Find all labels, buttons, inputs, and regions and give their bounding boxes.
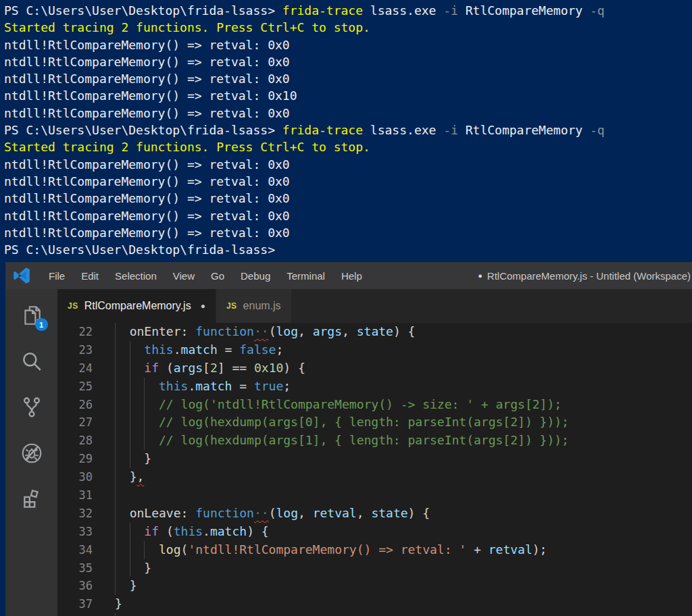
code-line[interactable]: 32 onLeave: function··(log, retval, stat… <box>57 505 692 523</box>
code-line[interactable]: 35 } <box>57 559 692 578</box>
indent-guide <box>144 541 145 559</box>
indent-guide <box>115 505 116 523</box>
indent-guide <box>144 396 145 414</box>
terminal-line: Started tracing 2 functions. Press Ctrl+… <box>4 138 692 155</box>
indent-guide <box>115 613 116 616</box>
line-number: 36 <box>57 577 93 595</box>
indent-guide <box>115 486 116 505</box>
tab-label: enum.js <box>243 300 281 312</box>
terminal-line: ntdll!RtlCompareMemory() => retval: 0x0 <box>4 207 692 224</box>
terminal-line: ntdll!RtlCompareMemory() => retval: 0x0 <box>4 190 692 207</box>
code-line[interactable]: 37} <box>57 595 692 613</box>
line-number: 22 <box>57 323 93 341</box>
vscode-logo-icon <box>12 266 31 285</box>
code-text: // log(hexdump(args[1], { length: parseI… <box>115 432 569 450</box>
code-text: this.match = true; <box>115 378 291 396</box>
indent-guide <box>144 432 145 450</box>
code-line[interactable]: 29 } <box>57 450 692 468</box>
code-line[interactable]: 28 // log(hexdump(args[1], { length: par… <box>57 432 692 450</box>
terminal-line: Started tracing 2 functions. Press Ctrl+… <box>4 19 692 36</box>
code-line[interactable]: 24 if (args[2] == 0x10) { <box>57 359 692 378</box>
menu-item-help[interactable]: Help <box>333 270 370 282</box>
tab-label: RtlCompareMemory.js <box>84 300 191 312</box>
indent-guide <box>115 523 116 541</box>
explorer-badge: 1 <box>35 318 48 331</box>
line-number: 30 <box>57 468 93 486</box>
menu-item-edit[interactable]: Edit <box>73 270 107 282</box>
line-number: 31 <box>57 486 93 505</box>
indent-guide <box>130 450 130 468</box>
line-number: 35 <box>57 559 93 578</box>
indent-guide <box>130 432 130 450</box>
indent-guide <box>130 559 130 578</box>
terminal-line: ntdll!RtlCompareMemory() => retval: 0x0 <box>4 156 692 173</box>
powershell-terminal[interactable]: PS C:\Users\User\Desktop\frida-lsass> fr… <box>0 0 692 262</box>
line-number: 25 <box>57 378 93 396</box>
search-icon[interactable] <box>20 350 43 373</box>
menubar: FileEditSelectionViewGoDebugTerminalHelp… <box>5 262 692 289</box>
line-number: 33 <box>57 523 93 541</box>
tab-rtlcomparememory-js[interactable]: JSRtlCompareMemory.js● <box>57 289 216 323</box>
menu-item-debug[interactable]: Debug <box>232 270 278 282</box>
code-editor[interactable]: 22 onEnter: function··(log, args, state)… <box>57 323 692 616</box>
javascript-file-icon: JS <box>68 301 78 311</box>
terminal-line: ntdll!RtlCompareMemory() => retval: 0x0 <box>4 173 692 190</box>
line-number: 26 <box>57 396 93 414</box>
extensions-icon[interactable] <box>20 488 43 511</box>
terminal-line: ntdll!RtlCompareMemory() => retval: 0x0 <box>4 224 692 241</box>
menu-item-selection[interactable]: Selection <box>107 270 165 282</box>
code-line[interactable]: 36 } <box>57 577 692 595</box>
code-text: this.match = false; <box>115 341 283 359</box>
terminal-line: PS C:\Users\User\Desktop\frida-lsass> <box>4 241 692 258</box>
code-line[interactable]: 31 <box>57 486 692 505</box>
indent-guide <box>115 323 116 341</box>
terminal-line: PS C:\Users\User\Desktop\frida-lsass> fr… <box>4 2 692 19</box>
code-text: } <box>115 450 151 468</box>
menu-item-view[interactable]: View <box>165 270 203 282</box>
line-number: 24 <box>57 359 93 378</box>
vscode-window: FileEditSelectionViewGoDebugTerminalHelp… <box>5 262 692 616</box>
menu-item-terminal[interactable]: Terminal <box>278 270 333 282</box>
indent-guide <box>115 396 116 414</box>
indent-guide <box>115 413 116 432</box>
code-text: // log('ntdll!RtlCompareMemory() -> size… <box>115 396 562 414</box>
code-line[interactable]: 23 this.match = false; <box>57 341 692 359</box>
code-line[interactable]: 27 // log(hexdump(args[0], { length: par… <box>57 413 692 432</box>
line-number: 27 <box>57 413 93 432</box>
indent-guide <box>115 541 116 559</box>
code-line[interactable]: 33 if (this.match) { <box>57 523 692 541</box>
indent-guide <box>130 359 130 378</box>
menu-item-go[interactable]: Go <box>203 270 232 282</box>
menu-item-file[interactable]: File <box>41 270 73 282</box>
explorer-icon[interactable]: 1 <box>20 304 43 327</box>
code-line[interactable]: 26 // log('ntdll!RtlCompareMemory() -> s… <box>57 396 692 414</box>
indent-guide <box>115 432 116 450</box>
javascript-file-icon: JS <box>226 301 237 311</box>
window-body: 1 <box>5 289 692 616</box>
indent-guide <box>115 378 116 396</box>
terminal-line: ntdll!RtlCompareMemory() => retval: 0x0 <box>4 53 692 70</box>
indent-guide <box>130 341 130 359</box>
debug-icon[interactable] <box>20 442 43 465</box>
tab-modified-dot-icon[interactable]: ● <box>201 301 205 311</box>
code-line[interactable]: 22 onEnter: function··(log, args, state)… <box>57 323 692 341</box>
source-control-icon[interactable] <box>20 396 43 419</box>
terminal-line: ntdll!RtlCompareMemory() => retval: 0x0 <box>4 36 692 53</box>
tab-enum-js[interactable]: JSenum.js <box>216 289 292 323</box>
indent-guide <box>130 541 130 559</box>
code-line[interactable]: 34 log('ntdll!RtlCompareMemory() => retv… <box>57 541 692 559</box>
modified-dot-icon: ● <box>478 272 483 280</box>
code-line[interactable]: 25 this.match = true; <box>57 378 692 396</box>
activity-bar: 1 <box>5 289 57 616</box>
line-number: 28 <box>57 432 93 450</box>
code-line[interactable]: 30 }, <box>57 468 692 486</box>
code-text: if (args[2] == 0x10) { <box>115 359 305 378</box>
code-line[interactable]: 38 <box>57 613 692 616</box>
tab-bar: JSRtlCompareMemory.js●JSenum.js <box>57 289 692 323</box>
window-title: ● RtlCompareMemory.js - Untitled (Worksp… <box>478 270 692 282</box>
code-text: onLeave: function··(log, retval, state) … <box>115 505 430 523</box>
code-text: } <box>115 595 122 613</box>
code-text: }, <box>115 468 144 486</box>
code-text: onEnter: function··(log, args, state) { <box>115 323 415 341</box>
line-number: 29 <box>57 450 93 468</box>
